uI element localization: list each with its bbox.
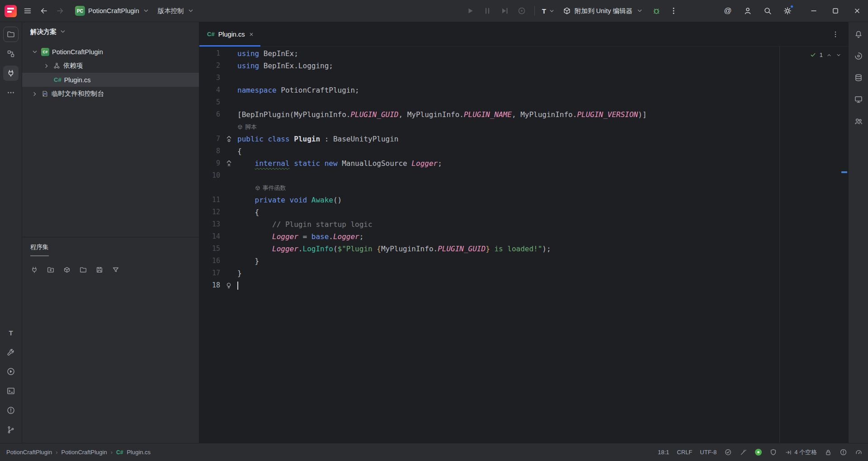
rider-window: PC PotionCraftPlugin 版本控制 T 附加到 Unity 编辑… — [0, 0, 868, 461]
settings-button[interactable] — [779, 3, 796, 19]
scrollbar-change-marker[interactable] — [841, 171, 847, 173]
solution-explorer-panel: 解决方案 C# PotionCraftPlugin 依赖项 C# Plugin.… — [22, 22, 199, 443]
code-line[interactable]: 10 — [199, 169, 848, 182]
tree-item-dependencies[interactable]: 依赖项 — [22, 59, 199, 73]
code-line[interactable]: 15 Logger.LogInfo($"Plugin {MyPluginInfo… — [199, 243, 848, 255]
backend-status-icon[interactable] — [755, 449, 762, 456]
chevron-down-icon[interactable] — [31, 48, 38, 56]
indent-widget[interactable]: 4 个空格 — [785, 448, 817, 456]
step-button[interactable] — [496, 3, 513, 19]
breadcrumb-item[interactable]: PotionCraftPlugin — [6, 449, 52, 456]
csharp-project-icon: C# — [41, 48, 49, 56]
forward-button[interactable] — [52, 3, 68, 19]
code-line[interactable]: 3 — [199, 72, 848, 84]
code-line[interactable]: 18 — [199, 279, 848, 292]
services-tool-icon[interactable] — [3, 66, 19, 81]
highlighting-level-icon[interactable] — [740, 448, 747, 456]
close-button[interactable] — [846, 0, 868, 22]
build-tool-icon[interactable] — [3, 344, 19, 360]
inlay-hint[interactable]: 脚本 — [237, 121, 257, 133]
terminal-tool-icon[interactable] — [3, 383, 19, 399]
code-line[interactable]: 9 internal static new ManualLogSource Lo… — [199, 157, 848, 169]
inherited-gutter-icon[interactable] — [220, 136, 237, 142]
inlay-line[interactable]: 事件函数 — [199, 182, 848, 194]
tree-item-scratches[interactable]: 临时文件和控制台 — [22, 87, 199, 101]
minimize-button[interactable] — [803, 0, 825, 22]
main-menu-button[interactable] — [19, 3, 36, 19]
security-shield-icon[interactable] — [769, 448, 777, 456]
inspections-ok-icon[interactable] — [724, 448, 732, 456]
bulb-gutter-icon[interactable] — [220, 282, 237, 289]
code-with-me-button[interactable] — [740, 3, 756, 19]
code-line[interactable]: 14 Logger = base.Logger; — [199, 230, 848, 243]
breadcrumb-item[interactable]: PotionCraftPlugin — [61, 449, 107, 456]
tab-close-icon[interactable] — [248, 31, 255, 38]
code-line[interactable]: 4namespace PotionCraftPlugin; — [199, 84, 848, 96]
version-control-tool-icon[interactable] — [3, 422, 19, 437]
nuget-tool-icon[interactable] — [851, 48, 866, 64]
code-line[interactable]: 5 — [199, 96, 848, 108]
code-line[interactable]: 11 private void Awake() — [199, 194, 848, 206]
profiler-button[interactable] — [514, 3, 530, 19]
inspections-widget[interactable]: 1 — [810, 49, 842, 61]
run-tool-icon[interactable] — [3, 364, 19, 379]
code-line[interactable]: 12 { — [199, 206, 848, 218]
documentation-tool-icon[interactable] — [851, 92, 866, 107]
prev-problem-chevron-icon[interactable] — [826, 52, 832, 58]
chevron-right-icon[interactable] — [31, 90, 38, 98]
inlay-line[interactable]: 脚本 — [199, 121, 848, 133]
readonly-lock-icon[interactable] — [825, 449, 832, 456]
code-line[interactable]: 6[BepInPlugin(MyPluginInfo.PLUGIN_GUID, … — [199, 108, 848, 121]
code-line[interactable]: 17} — [199, 267, 848, 279]
debug-attach-button[interactable] — [648, 3, 665, 19]
project-widget[interactable]: PC PotionCraftPlugin — [71, 3, 154, 19]
inlay-hint[interactable]: 事件函数 — [255, 182, 286, 194]
breadcrumb-item[interactable]: Plugin.cs — [127, 449, 151, 456]
more-tool-windows-icon[interactable] — [3, 85, 19, 100]
line-separator[interactable]: CRLF — [677, 449, 692, 456]
back-button[interactable] — [36, 3, 52, 19]
database-tool-icon[interactable] — [851, 70, 866, 85]
text-tool-icon[interactable]: T — [3, 325, 19, 340]
hides-gutter-icon[interactable] — [220, 160, 237, 167]
assemblies-tab[interactable]: 程序集 — [30, 243, 49, 256]
code-line[interactable]: 1using BepInEx; — [199, 47, 848, 60]
more-run-actions-button[interactable] — [665, 3, 682, 19]
solution-explorer-tool-icon[interactable] — [3, 27, 19, 42]
maximize-button[interactable] — [825, 0, 846, 22]
search-everywhere-button[interactable] — [760, 3, 776, 19]
save-all-icon[interactable] — [93, 263, 105, 276]
code-line[interactable]: 8{ — [199, 145, 848, 157]
editor-options-kebab-icon[interactable] — [827, 26, 844, 42]
code-line[interactable]: 2using BepInEx.Logging; — [199, 60, 848, 72]
tab-plugin-cs[interactable]: C# Plugin.cs — [199, 22, 260, 46]
run-config-selector[interactable]: T — [539, 3, 558, 19]
mentions-at-button[interactable]: @ — [720, 3, 736, 19]
tree-item-project[interactable]: C# PotionCraftPlugin — [22, 45, 199, 59]
problems-tool-icon[interactable] — [3, 403, 19, 418]
code-line[interactable]: 16 } — [199, 255, 848, 267]
attach-unity-widget[interactable]: 附加到 Unity 编辑器 — [559, 3, 647, 19]
filter-icon[interactable] — [109, 263, 122, 276]
caret-position[interactable]: 18:1 — [658, 449, 669, 456]
memory-indicator-icon[interactable] — [855, 448, 863, 456]
structure-tool-icon[interactable] — [3, 46, 19, 61]
notifications-icon[interactable] — [851, 27, 866, 42]
file-encoding[interactable]: UTF-8 — [700, 449, 717, 456]
next-problem-chevron-icon[interactable] — [835, 52, 842, 58]
pause-button[interactable] — [479, 3, 495, 19]
add-package-icon[interactable] — [61, 263, 73, 276]
code-line[interactable]: 7public class Plugin : BaseUnityPlugin — [199, 133, 848, 145]
run-button[interactable] — [462, 3, 478, 19]
open-folder-icon[interactable] — [77, 263, 89, 276]
add-reference-icon[interactable] — [28, 263, 40, 276]
code-with-me-tool-icon[interactable] — [851, 113, 866, 129]
code-line[interactable]: 13 // Plugin startup logic — [199, 218, 848, 230]
solution-panel-header[interactable]: 解决方案 — [22, 22, 199, 41]
vcs-widget[interactable]: 版本控制 — [154, 3, 198, 19]
code-editor[interactable]: 1using BepInEx;2using BepInEx.Logging;34… — [199, 47, 848, 443]
new-folder-icon[interactable] — [44, 263, 57, 276]
tree-item-plugin-cs[interactable]: C# Plugin.cs — [22, 73, 199, 87]
chevron-right-icon[interactable] — [43, 62, 50, 70]
problems-status-icon[interactable] — [840, 448, 847, 456]
